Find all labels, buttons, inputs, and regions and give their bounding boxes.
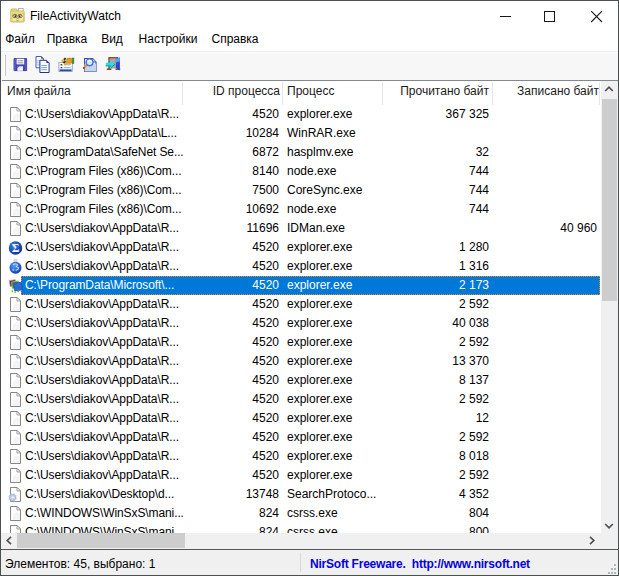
svg-text:Σ: Σ — [12, 242, 20, 255]
